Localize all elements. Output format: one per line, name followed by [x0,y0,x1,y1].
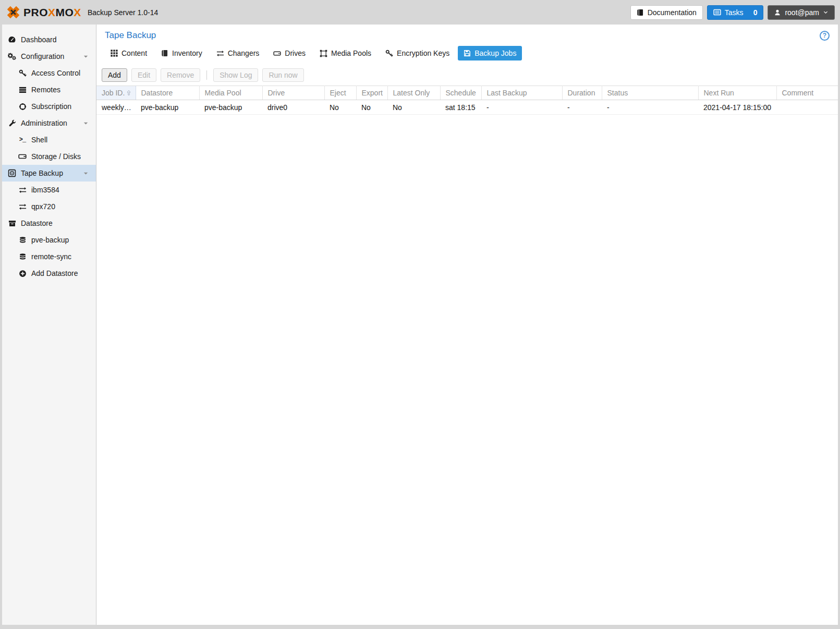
sidebar-item-label: remote-sync [31,252,71,261]
column-header-last-backup[interactable]: Last Backup [481,86,562,100]
proxmox-backup-app: PROXMOX Backup Server 1.0-14 Documentati… [0,0,840,629]
documentation-label: Documentation [648,8,697,17]
column-header-datastore[interactable]: Datastore [136,86,199,100]
tab-backup-jobs[interactable]: Backup Jobs [458,46,522,61]
tab-content[interactable]: Content [105,46,153,61]
collapse-caret-icon[interactable] [83,171,89,176]
tab-media-pools[interactable]: Media Pools [314,46,377,61]
show-log-button[interactable]: Show Log [213,68,258,82]
column-header-next-run[interactable]: Next Run [698,86,776,100]
sidebar-nav: Dashboard Configuration Access Control R… [2,25,96,625]
table-cell-job-id: weekly… [96,100,136,115]
database-icon [18,253,27,261]
sort-ascending-icon [126,90,132,96]
backup-jobs-table: Job ID. Datastore Media Pool Drive Eject… [96,86,838,115]
sidebar-item-qpx720[interactable]: qpx720 [2,198,96,215]
chevron-down-icon [823,9,829,15]
tape-icon [7,169,17,177]
user-icon [774,9,781,16]
column-header-drive[interactable]: Drive [262,86,324,100]
hdd-icon [18,152,27,161]
sidebar-item-tape-backup[interactable]: Tape Backup [2,165,96,182]
exchange-icon [216,50,224,57]
table-cell-comment [776,100,838,115]
sidebar-item-access-control[interactable]: Access Control [2,65,96,81]
table-row[interactable]: weekly… pve-backup pve-backup drive0 No … [96,100,838,115]
sidebar-item-add-datastore[interactable]: Add Datastore [2,265,96,282]
gears-icon [7,52,17,61]
column-header-eject[interactable]: Eject [324,86,356,100]
table-cell-export: No [356,100,387,115]
help-button[interactable]: ? [820,31,830,41]
user-menu-button[interactable]: root@pam [768,5,835,20]
sidebar-item-datastore[interactable]: Datastore [2,215,96,232]
sidebar-item-remotes[interactable]: Remotes [2,81,96,98]
gauge-icon [7,35,17,44]
top-header-bar: PROXMOX Backup Server 1.0-14 Documentati… [0,0,840,25]
table-cell-duration: - [562,100,602,115]
tab-label: Changers [228,49,260,57]
table-cell-datastore: pve-backup [136,100,199,115]
tab-label: Content [121,49,147,57]
tab-label: Drives [285,49,306,57]
sidebar-item-label: Dashboard [21,35,57,44]
user-label: root@pam [785,8,819,17]
column-header-media-pool[interactable]: Media Pool [199,86,262,100]
table-cell-next-run: 2021-04-17 18:15:00 [698,100,776,115]
table-cell-drive: drive0 [262,100,324,115]
tab-bar: Content Inventory Changers Drives Media … [105,46,838,61]
sidebar-item-configuration[interactable]: Configuration [2,48,96,65]
column-header-status[interactable]: Status [602,86,698,100]
sidebar-item-shell[interactable]: >_ Shell [2,131,96,148]
rows-icon [18,86,27,94]
table-cell-eject: No [324,100,356,115]
column-header-duration[interactable]: Duration [562,86,602,100]
column-header-job-id[interactable]: Job ID. [96,86,136,100]
save-icon [464,50,471,57]
exchange-icon [18,186,27,194]
collapse-caret-icon[interactable] [83,120,89,126]
tab-label: Media Pools [331,49,371,57]
sidebar-item-label: Shell [31,136,47,144]
toolbar-separator [206,70,207,80]
sidebar-item-subscription[interactable]: Subscription [2,98,96,115]
task-list-icon [713,8,721,16]
tab-changers[interactable]: Changers [211,46,265,61]
sidebar-item-remote-sync[interactable]: remote-sync [2,248,96,265]
tab-encryption-keys[interactable]: Encryption Keys [380,46,455,61]
tab-drives[interactable]: Drives [267,46,311,61]
sidebar-item-dashboard[interactable]: Dashboard [2,31,96,48]
book-icon [161,50,168,57]
sidebar-item-storage-disks[interactable]: Storage / Disks [2,148,96,165]
column-header-latest-only[interactable]: Latest Only [387,86,440,100]
brand-wordmark: PROXMOX [23,6,81,19]
app-version-subtitle: Backup Server 1.0-14 [88,8,158,17]
support-icon [18,103,27,111]
column-header-schedule[interactable]: Schedule [440,86,481,100]
collapse-caret-icon[interactable] [83,54,89,59]
sidebar-item-ibm3584[interactable]: ibm3584 [2,182,96,198]
edit-button[interactable]: Edit [131,68,156,82]
sidebar-item-label: Tape Backup [21,169,63,177]
add-button[interactable]: Add [102,68,127,82]
sidebar-item-pve-backup[interactable]: pve-backup [2,232,96,248]
page-title: Tape Backup [105,30,156,41]
tab-label: Encryption Keys [397,49,449,57]
column-header-comment[interactable]: Comment [776,86,838,100]
table-cell-schedule: sat 18:15 [440,100,481,115]
database-icon [18,236,27,244]
remove-button[interactable]: Remove [161,68,200,82]
table-cell-latest-only: No [387,100,440,115]
book-icon [637,9,644,16]
content-area: Dashboard Configuration Access Control R… [2,25,838,625]
run-now-button[interactable]: Run now [262,68,303,82]
column-header-export[interactable]: Export [356,86,387,100]
sidebar-item-administration[interactable]: Administration [2,115,96,131]
sidebar-item-label: Configuration [21,52,64,61]
tab-label: Inventory [172,49,202,57]
tasks-button[interactable]: Tasks 0 [707,5,764,20]
tab-inventory[interactable]: Inventory [155,46,208,61]
sidebar-item-label: pve-backup [31,236,69,244]
documentation-button[interactable]: Documentation [630,5,703,20]
sidebar-item-label: Remotes [31,86,60,94]
